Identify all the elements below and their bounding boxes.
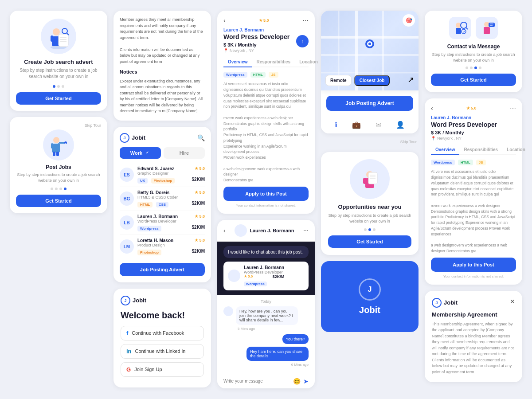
chat-message-input[interactable] <box>223 379 290 383</box>
hire-tab[interactable]: Hire <box>164 147 205 159</box>
col5-detail-header: ‹ ★ 5.0 ⋯ <box>431 105 516 112</box>
membership-title: Membership Agreement <box>432 311 515 318</box>
membership-close-button[interactable]: ✕ <box>510 298 515 305</box>
apply-button[interactable]: Apply to this Post <box>223 187 309 201</box>
job-item-4[interactable]: LM Loretta H. Mason ★ 5.0 Product Design… <box>120 235 205 258</box>
chat-job-tag: Wordpress <box>244 282 267 286</box>
job-posting-advert-button[interactable]: Job Posting Advert <box>120 263 205 276</box>
tab-location[interactable]: Location <box>295 57 322 67</box>
svg-rect-45 <box>489 23 495 27</box>
job-role-4: Product Design <box>137 243 205 247</box>
contact-get-started-button[interactable]: Get Started <box>431 74 516 86</box>
svg-line-40 <box>466 27 468 29</box>
col5-tab-overview[interactable]: Overview <box>431 145 459 155</box>
job-info-4: Loretta H. Mason ★ 5.0 Product Design Ph… <box>137 238 205 255</box>
closest-job-filter-button[interactable]: Closest Job <box>354 75 390 86</box>
google-signup-button[interactable]: G Join Sign Up <box>121 362 204 377</box>
chat-input-row: 😊 ➤ <box>217 374 315 388</box>
chat-msg-time-you: 6 Mins ago <box>248 363 309 367</box>
job-item-3[interactable]: LB Lauren J. Bormann ★ 5.0 WordPress Dev… <box>120 211 205 235</box>
membership-app-name: Jobit <box>444 299 458 306</box>
tag-photoshop-4: Photoshop <box>137 250 161 255</box>
welcome-back-card: J Jobit Welcome back! f Continue with Fa… <box>113 289 211 387</box>
main-grid: Create Job search advert Step by step in… <box>3 4 529 395</box>
welcome-logo-icon: J <box>121 296 130 305</box>
create-job-card: Create Job search advert Step by step in… <box>10 11 107 111</box>
map-cursor-icon[interactable]: ↗ <box>407 75 414 86</box>
job-name-2: Betty G. Doreis <box>137 190 169 195</box>
membership-logo-icon: J <box>432 298 442 308</box>
tag-html-detail: HTML <box>250 72 266 78</box>
contact-dots <box>431 66 516 69</box>
nav-briefcase-icon[interactable]: 💼 <box>352 121 361 129</box>
dot-4 <box>64 188 66 190</box>
rating-3: ★ 5.0 <box>195 214 205 219</box>
more-options-button[interactable]: ⋯ <box>302 17 309 24</box>
linkedin-login-button[interactable]: in Continue with Linked in <box>121 344 204 359</box>
job-item-1[interactable]: ES Edward S. Juarez ★ 5.0 Graphic Design… <box>120 163 205 187</box>
opps-skip-tour: Skip Tour <box>321 140 419 144</box>
col5-tab-responsibilities[interactable]: Responsibilities <box>459 145 502 155</box>
nav-person-icon[interactable]: 👤 <box>396 121 405 129</box>
tab-overview[interactable]: Overview <box>223 57 252 67</box>
tag-ux: UX <box>137 178 148 184</box>
search-icon[interactable]: 🔍 <box>197 134 205 141</box>
facebook-btn-label: Continue with Facebook <box>132 330 184 336</box>
dot-3 <box>59 188 62 190</box>
col5-tab-location[interactable]: Location <box>502 145 530 155</box>
chat-back-button[interactable]: ‹ <box>223 227 226 234</box>
detail-header: ‹ ★ 5.0 ⋯ <box>223 17 309 24</box>
jobit-job-list-card: J Jobit 🔍 Work ✓ Hire ES Edward S. Juare… <box>113 127 211 282</box>
welcome-app-name: Jobit <box>133 297 146 304</box>
post-jobs-get-started-button[interactable]: Get Started <box>16 195 101 207</box>
col5-apply-button[interactable]: Apply to this Post <box>431 258 516 272</box>
post-jobs-title: Post Jobs <box>16 164 101 170</box>
tag-wordpress-detail: Wordpress <box>223 72 247 78</box>
chat-msg-you-1: You there? <box>223 334 309 344</box>
svg-point-28 <box>368 43 371 45</box>
chat-more-button[interactable]: ⋯ <box>303 227 309 234</box>
opps-get-started-button[interactable]: Get Started <box>328 235 411 248</box>
job-posting-advert-button-col4[interactable]: Job Posting Advert <box>326 96 413 111</box>
nav-info-icon[interactable]: ℹ <box>335 121 337 129</box>
contact-illus-person-1: ✓ <box>449 17 471 39</box>
facebook-login-button[interactable]: f Continue with Facebook <box>121 326 204 340</box>
chat-date-label: Today <box>223 299 309 304</box>
contact-illus-person-2 <box>476 17 498 39</box>
remote-filter-button[interactable]: Remote <box>325 75 352 86</box>
job-role-2: HTML5 & CSS3 Coder <box>137 195 205 200</box>
svg-rect-3 <box>51 35 53 42</box>
job-avatar-4: LM <box>120 239 134 254</box>
col5-more-options[interactable]: ⋯ <box>510 105 516 112</box>
svg-point-2 <box>53 28 60 35</box>
job-description: At vero eos et accusamus et iusto odio d… <box>223 81 309 183</box>
chat-user-name: Lauren J. Bormann <box>250 228 294 233</box>
col5-back-button[interactable]: ‹ <box>431 105 433 112</box>
col5-skill-tags: Wordpress HTML JS <box>431 159 516 165</box>
col5-tag-html: HTML <box>458 160 473 165</box>
chat-job-avatar <box>228 270 240 282</box>
chat-msg-time-1: 5 Mins ago <box>238 327 298 331</box>
col5-tag-wordpress: Wordpress <box>431 160 455 165</box>
back-button[interactable]: ‹ <box>223 17 226 24</box>
splash-logo-icon: J <box>359 278 381 301</box>
send-button[interactable]: ➤ <box>303 378 309 385</box>
welcome-jobit-logo: J Jobit <box>121 296 204 305</box>
carousel-dots <box>16 85 101 88</box>
job-item-2[interactable]: BG Betty G. Doreis ★ 5.0 HTML5 & CSS3 Co… <box>120 187 205 211</box>
jobit-logo-icon: J <box>120 133 129 143</box>
nav-mail-icon[interactable]: ✉ <box>376 121 381 129</box>
emoji-button[interactable]: 😊 <box>293 378 301 385</box>
chat-job-salary: $2K/M <box>273 274 285 279</box>
jobit-header: J Jobit 🔍 <box>120 133 205 143</box>
job-posting-advert-section: Job Posting Advert <box>321 90 419 116</box>
detail-job-title: Word Press Developer <box>223 33 309 40</box>
col5-job-detail-card: ‹ ★ 5.0 ⋯ Lauren J. Bormann Word Press D… <box>425 98 522 284</box>
salary-2: $2K/M <box>192 201 205 206</box>
work-tab[interactable]: Work ✓ <box>120 147 161 159</box>
create-job-get-started-button[interactable]: Get Started <box>16 92 101 105</box>
col5-privacy-note: Your contact information is not shared. <box>431 274 516 278</box>
tab-responsibilities[interactable]: Responsibilities <box>252 57 295 67</box>
rating-1: ★ 5.0 <box>195 166 205 171</box>
bottom-navigation: ℹ 💼 ✉ 👤 <box>321 116 419 133</box>
